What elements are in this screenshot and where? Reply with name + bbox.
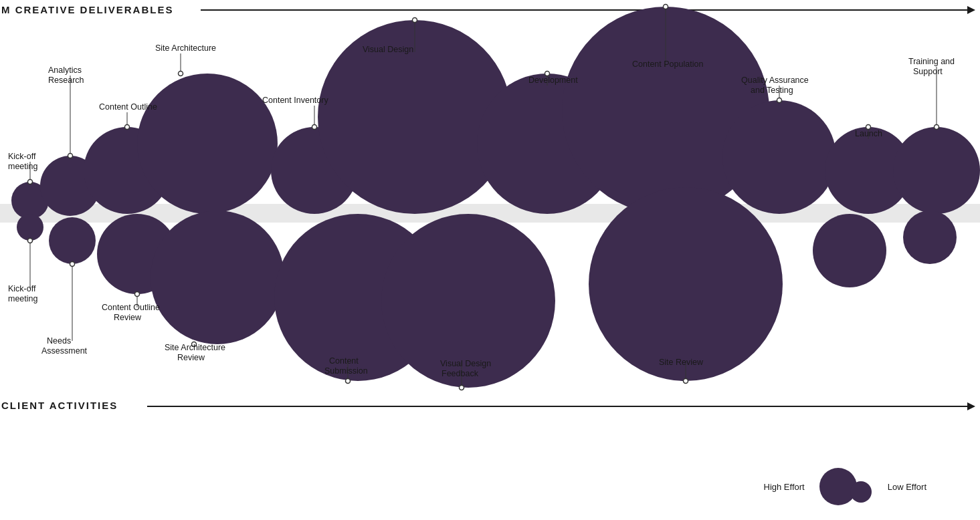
text-qa2: and Testing [751, 86, 793, 95]
bubble-bottom-right1 [813, 214, 886, 287]
svg-point-1 [850, 481, 872, 503]
text-content-sub2: Submission [324, 366, 368, 376]
dot-content-sub [346, 379, 351, 384]
high-effort-label: High Effort [764, 482, 805, 492]
bubble-kickoff-bottom [17, 214, 43, 241]
text-kickoff-bottom: Kick-off [8, 284, 36, 293]
text-kickoff-top2: meeting [8, 162, 38, 171]
text-site-arch-review2: Review [177, 353, 205, 362]
dot-site-arch [179, 72, 183, 76]
bubble-site-review [589, 187, 783, 381]
text-site-review: Site Review [659, 358, 704, 367]
dot-site-review [684, 379, 688, 384]
text-qa: Quality Assurance [741, 76, 809, 85]
dot-content-outline-review [135, 292, 140, 297]
dot-analytics [68, 154, 73, 158]
dot-visual-design [413, 18, 417, 23]
bubble-site-arch [137, 74, 278, 214]
text-content-outline: Content Outline [99, 102, 157, 112]
text-content-outline-review: Content Outline [102, 303, 160, 312]
text-vdf2: Feedback [442, 369, 479, 378]
main-container: M CREATIVE DELIVERABLES CLIENT ACTIVITIE… [0, 0, 980, 520]
text-development: Development [528, 76, 578, 85]
text-content-sub: Content [329, 356, 359, 366]
dot-content-pop [664, 5, 668, 9]
text-visual-design: Visual Design [363, 45, 413, 54]
legend-svg [813, 467, 880, 507]
svg-point-0 [819, 468, 857, 505]
text-kickoff-top: Kick-off [8, 152, 36, 161]
bubble-bottom-right2 [903, 211, 957, 264]
dot-qa [777, 98, 782, 103]
text-analytics2: Research [48, 76, 84, 85]
text-site-arch: Site Architecture [155, 43, 216, 53]
dot-needs [70, 262, 75, 267]
text-vdf: Visual Design [440, 359, 491, 368]
text-kickoff-bottom2: meeting [8, 294, 38, 303]
bubble-qa [722, 100, 836, 214]
bubble-needs-assessment [49, 217, 96, 264]
diagram-svg: Kick-off meeting Analytics Research Cont… [0, 0, 980, 441]
dot-training [935, 125, 939, 130]
text-content-inv: Content Inventory [262, 96, 328, 105]
dot-kickoff-top [28, 180, 33, 184]
text-content-pop: Content Population [632, 59, 703, 69]
bubble-training [893, 127, 980, 214]
text-training2: Support [913, 67, 943, 76]
dot-vdf [460, 386, 464, 390]
text-content-outline-review2: Review [114, 313, 142, 322]
text-analytics: Analytics [48, 66, 82, 75]
low-effort-label: Low Effort [888, 482, 926, 492]
text-site-arch-review: Site Architecture [165, 343, 225, 352]
text-training: Training and [908, 57, 955, 66]
text-needs: Needs [47, 336, 71, 346]
dot-content-inv [312, 125, 317, 130]
dot-kickoff-bottom [28, 239, 33, 243]
bubble-site-arch-review [151, 211, 284, 344]
dot-content-outline [125, 125, 130, 130]
legend: High Effort Low Effort [764, 467, 926, 507]
text-launch: Launch [855, 129, 882, 138]
text-needs2: Assessment [41, 346, 88, 356]
